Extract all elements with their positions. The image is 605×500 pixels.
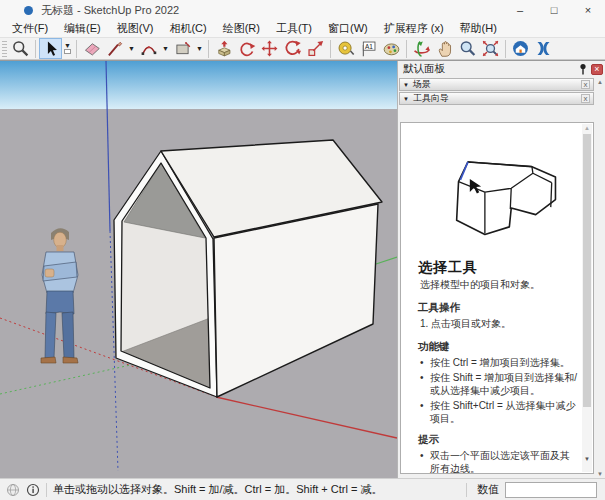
modifier-item: 按住 Ctrl = 增加项目到选择集。 — [418, 356, 579, 369]
menu-tools[interactable]: 工具(T) — [268, 20, 320, 37]
instructor-heading: 选择工具 — [418, 259, 579, 277]
move-icon — [260, 39, 279, 58]
panel-close-button[interactable]: × — [591, 64, 603, 75]
push-pull-icon — [214, 39, 233, 58]
measurements-input[interactable] — [505, 482, 597, 498]
modifier-item: 按住 Shift = 增加项目到选择集和/或从选择集中减少项目。 — [418, 371, 579, 397]
zoom-tool-button[interactable] — [456, 38, 479, 59]
followme-tool-button[interactable] — [235, 38, 258, 59]
close-button[interactable]: × — [571, 0, 605, 20]
collapse-arrow-icon: ▼ — [403, 96, 409, 102]
modifier-item: 按住 Shift+Ctrl = 从选择集中减少项目。 — [418, 399, 579, 425]
toolbar-separator — [330, 40, 331, 58]
toolbar-separator — [208, 40, 209, 58]
scroll-up-icon[interactable]: ▲ — [597, 79, 603, 85]
main-area: 默认面板 × ▲ ▼ ▼ 场景 x ▼ 工具向导 x — [0, 60, 605, 478]
extension-warehouse-button[interactable] — [532, 38, 555, 59]
modifier-list: 按住 Ctrl = 增加项目到选择集。 按住 Shift = 增加项目到选择集和… — [418, 356, 579, 425]
menu-extensions[interactable]: 扩展程序 (x) — [376, 20, 452, 37]
person-forearm — [45, 269, 54, 277]
line-tool-button[interactable] — [103, 38, 126, 59]
eraser-tool-button[interactable] — [80, 38, 103, 59]
menu-camera[interactable]: 相机(C) — [161, 20, 214, 37]
arc-tool-button[interactable] — [137, 38, 160, 59]
zoom-icon — [458, 39, 477, 58]
section-close-icon[interactable]: x — [581, 80, 590, 89]
pan-tool-button[interactable] — [433, 38, 456, 59]
sky — [0, 61, 397, 109]
menu-file[interactable]: 文件(F) — [4, 20, 56, 37]
section-scenes-label: 场景 — [413, 78, 581, 91]
rotate-tool-button[interactable] — [281, 38, 304, 59]
instructor-scrollbar[interactable]: ▲ ▼ — [582, 124, 592, 472]
section-instructor[interactable]: ▼ 工具向导 x — [399, 92, 594, 105]
window-title: 无标题 - SketchUp Pro 2022 — [41, 3, 503, 18]
tape-measure-tool-button[interactable] — [334, 38, 357, 59]
menu-view[interactable]: 视图(V) — [109, 20, 162, 37]
toolbar-separator — [76, 40, 77, 58]
extension-warehouse-icon — [534, 39, 553, 58]
geolocation-globe-icon[interactable] — [6, 483, 20, 497]
line-tool-dropdown[interactable]: ▼ — [126, 38, 137, 59]
follow-me-icon — [237, 39, 256, 58]
rectangle-tool-dropdown[interactable]: ▼ — [194, 38, 205, 59]
info-icon[interactable] — [26, 483, 40, 497]
menu-bar: 文件(F) 编辑(E) 视图(V) 相机(C) 绘图(R) 工具(T) 窗口(W… — [0, 20, 605, 37]
menu-draw[interactable]: 绘图(R) — [215, 20, 268, 37]
text-tool-button[interactable]: A1 — [357, 38, 380, 59]
svg-text:A1: A1 — [365, 43, 373, 50]
instructor-operation-title: 工具操作 — [418, 301, 579, 315]
toolbar-grip — [2, 41, 7, 57]
search-tool-button[interactable] — [9, 38, 32, 59]
chevron-down-icon: ▼ — [128, 46, 135, 51]
minimize-button[interactable]: – — [503, 0, 537, 20]
instructor-illustration — [418, 127, 579, 259]
rectangle-tool-button[interactable] — [171, 38, 194, 59]
eraser-icon — [82, 39, 101, 58]
app-icon — [24, 6, 33, 15]
section-scenes[interactable]: ▼ 场景 x — [399, 78, 594, 91]
measurements-label: 数值 — [477, 482, 499, 497]
pushpull-tool-button[interactable] — [212, 38, 235, 59]
status-bar: 单击或拖动以选择对象。Shift = 加/减。Ctrl = 加。Shift + … — [0, 478, 605, 500]
default-panel: 默认面板 × ▲ ▼ ▼ 场景 x ▼ 工具向导 x — [397, 61, 605, 479]
section-instructor-label: 工具向导 — [413, 92, 581, 105]
paint-bucket-icon — [382, 39, 401, 58]
select-tool-button[interactable] — [39, 38, 62, 59]
house-sketch — [419, 134, 579, 252]
warehouse-3d-button[interactable] — [509, 38, 532, 59]
arc-tool-dropdown[interactable]: ▼ — [160, 38, 171, 59]
search-icon — [11, 39, 30, 58]
zoom-extents-tool-button[interactable] — [479, 38, 502, 59]
instructor-tips-title: 提示 — [418, 433, 579, 447]
person-neck — [57, 245, 64, 251]
move-tool-button[interactable] — [258, 38, 281, 59]
viewport-canvas[interactable] — [0, 61, 397, 479]
pin-icon[interactable] — [578, 63, 588, 75]
menu-edit[interactable]: 编辑(E) — [56, 20, 109, 37]
person-hips — [46, 291, 74, 314]
zoom-extents-icon — [481, 39, 500, 58]
scale-tool-button[interactable] — [304, 38, 327, 59]
menu-help[interactable]: 帮助(H) — [452, 20, 505, 37]
menu-window[interactable]: 窗口(W) — [320, 20, 376, 37]
orbit-tool-button[interactable] — [410, 38, 433, 59]
paint-bucket-tool-button[interactable] — [380, 38, 403, 59]
toolbar: ▼ ▼ ▼ ▼ — [0, 37, 605, 60]
arc-icon — [139, 39, 158, 58]
panel-title: 默认面板 — [403, 62, 578, 76]
select-tool-dropdown[interactable]: ▼ — [62, 38, 73, 59]
model-viewport[interactable] — [0, 61, 397, 479]
instructor-modifier-title: 功能键 — [418, 340, 579, 354]
scroll-down-icon[interactable]: ▼ — [597, 471, 603, 477]
instructor-description: 选择模型中的项目和对象。 — [420, 278, 579, 292]
maximize-button[interactable]: □ — [537, 0, 571, 20]
status-hint: 单击或拖动以选择对象。Shift = 加/减。Ctrl = 加。Shift + … — [53, 482, 460, 497]
scrollbar-thumb[interactable] — [583, 134, 591, 407]
scroll-up-icon[interactable]: ▲ — [582, 125, 592, 131]
panel-scrollbar[interactable]: ▲ ▼ — [595, 77, 605, 479]
panel-header: 默认面板 × — [398, 61, 605, 77]
section-close-icon[interactable]: x — [581, 94, 590, 103]
person-right-leg — [62, 312, 74, 358]
scroll-down-icon[interactable]: ▼ — [582, 456, 592, 462]
